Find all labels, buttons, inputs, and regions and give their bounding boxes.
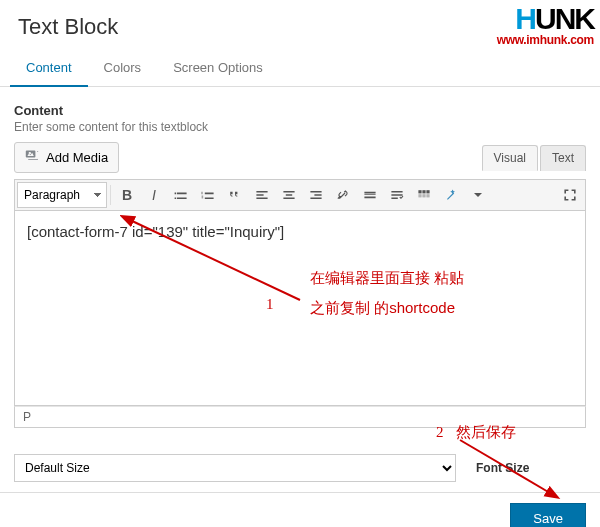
tab-colors[interactable]: Colors xyxy=(88,50,158,86)
svg-rect-2 xyxy=(426,190,429,193)
svg-rect-0 xyxy=(418,190,421,193)
spellcheck-button[interactable] xyxy=(384,182,410,208)
media-icon xyxy=(25,148,41,167)
bold-button[interactable]: B xyxy=(114,182,140,208)
svg-rect-5 xyxy=(426,194,429,197)
content-editor[interactable]: [contact-form-7 id="139" title="Inquiry"… xyxy=(14,211,586,406)
wand-button[interactable] xyxy=(438,182,464,208)
align-left-button[interactable] xyxy=(249,182,275,208)
link-button[interactable] xyxy=(330,182,356,208)
paragraph-select[interactable]: Paragraph xyxy=(17,182,107,208)
section-label: Content xyxy=(14,103,586,118)
editor-toolbar: Paragraph B I xyxy=(14,179,586,211)
svg-rect-3 xyxy=(418,194,421,197)
fullscreen-button[interactable] xyxy=(557,182,583,208)
editor-tab-text[interactable]: Text xyxy=(540,145,586,171)
toggle-button[interactable] xyxy=(411,182,437,208)
add-media-label: Add Media xyxy=(46,150,108,165)
section-hint: Enter some content for this textblock xyxy=(14,120,586,134)
align-right-button[interactable] xyxy=(303,182,329,208)
tab-screen-options[interactable]: Screen Options xyxy=(157,50,279,86)
blockquote-button[interactable] xyxy=(222,182,248,208)
chevron-down-icon[interactable] xyxy=(465,182,491,208)
watermark-logo: HUNK www.imhunk.com xyxy=(497,4,594,46)
svg-rect-4 xyxy=(422,194,425,197)
editor-content: [contact-form-7 id="139" title="Inquiry"… xyxy=(27,223,284,240)
italic-button[interactable]: I xyxy=(141,182,167,208)
align-center-button[interactable] xyxy=(276,182,302,208)
svg-rect-1 xyxy=(422,190,425,193)
tab-bar: Content Colors Screen Options xyxy=(0,50,600,87)
more-button[interactable] xyxy=(357,182,383,208)
editor-status-path: P xyxy=(14,406,586,428)
font-size-label: Font Size xyxy=(476,461,586,475)
editor-tab-visual[interactable]: Visual xyxy=(482,145,538,171)
default-size-select[interactable]: Default Size xyxy=(14,454,456,482)
add-media-button[interactable]: Add Media xyxy=(14,142,119,173)
save-button[interactable]: Save xyxy=(510,503,586,527)
bullet-list-button[interactable] xyxy=(168,182,194,208)
tab-content[interactable]: Content xyxy=(10,50,88,87)
number-list-button[interactable] xyxy=(195,182,221,208)
